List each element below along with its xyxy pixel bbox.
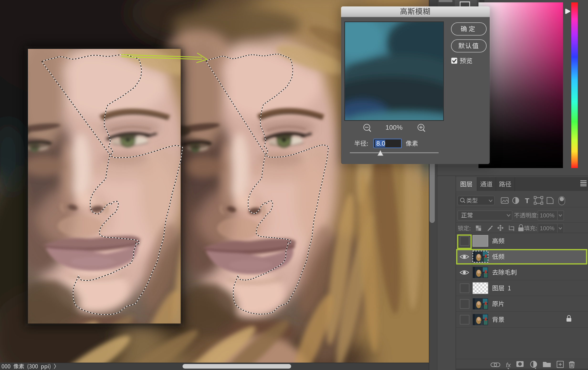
svg-text:8.0: 8.0	[376, 140, 385, 147]
svg-text:100%: 100%	[540, 225, 554, 231]
svg-text:100%: 100%	[540, 212, 554, 219]
svg-text:100%: 100%	[385, 124, 403, 131]
svg-text:fx: fx	[506, 361, 511, 369]
svg-text:T: T	[525, 197, 529, 205]
